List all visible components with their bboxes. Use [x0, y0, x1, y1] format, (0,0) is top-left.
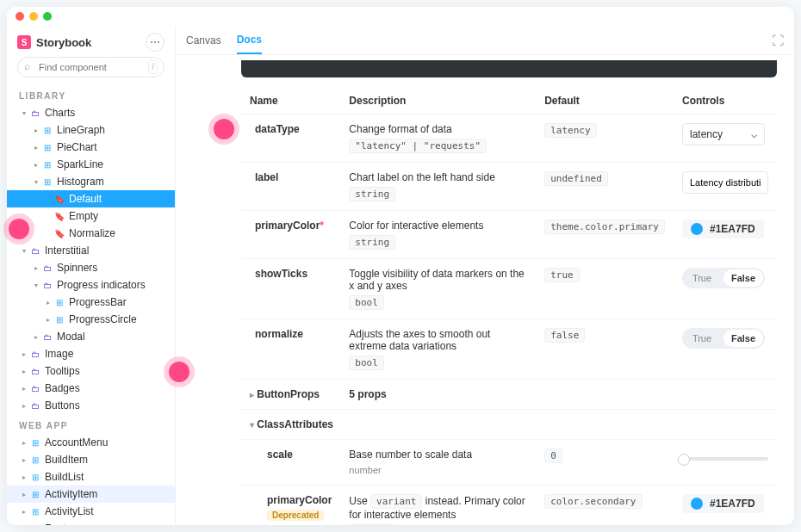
sidebar-story-default[interactable]: 🔖Default [7, 190, 175, 207]
close-window-dot[interactable] [16, 12, 24, 21]
component-icon: ⊞ [53, 315, 65, 325]
section-buttonprops[interactable]: ▸ ButtonProps 5 props [241, 380, 777, 410]
folder-icon: 🗀 [29, 384, 41, 393]
default-value: theme.color.primary [544, 220, 665, 234]
brand: Storybook [17, 35, 91, 49]
component-icon: ⊞ [29, 438, 41, 448]
control-text-label[interactable] [682, 171, 768, 194]
brand-label: Storybook [36, 36, 91, 49]
component-icon: ⊞ [29, 507, 41, 517]
sidebar-item-histogram[interactable]: ▾⊞Histogram [7, 173, 175, 190]
arg-row-datatype: dataType Change format of data "latency"… [241, 114, 777, 163]
chevron-right-icon: ▸ [250, 390, 254, 399]
col-default: Default [536, 88, 674, 114]
main-panel: Canvas Docs ⛶ Name Description Default C… [176, 26, 794, 525]
sidebar: Storybook ⋯ ⌕ / LIBRARY ▾🗀Charts ▸⊞LineG… [7, 26, 176, 525]
arg-row-scale: scale Base number to scale data number 0 [241, 440, 777, 486]
color-swatch-icon [691, 498, 703, 510]
args-table: Name Description Default Controls dataTy… [241, 88, 777, 525]
folder-icon: 🗀 [29, 246, 41, 256]
sidebar-item-buildlist[interactable]: ▸⊞BuildList [7, 468, 175, 486]
sidebar-item-tooltips[interactable]: ▸🗀Tooltips [7, 362, 175, 380]
sidebar-more-button[interactable]: ⋯ [146, 33, 165, 52]
sidebar-item-charts[interactable]: ▾🗀Charts [7, 104, 175, 121]
docs-content: Name Description Default Controls dataTy… [176, 55, 794, 525]
sidebar-item-piechart[interactable]: ▸⊞PieChart [7, 139, 175, 156]
sidebar-item-sparkline[interactable]: ▸⊞SparkLine [7, 156, 175, 173]
folder-icon: 🗀 [41, 281, 53, 290]
sidebar-item-interstitial[interactable]: ▾🗀Interstitial [7, 242, 175, 259]
bookmark-icon: 🔖 [53, 229, 65, 238]
bookmark-icon: 🔖 [53, 195, 65, 204]
folder-icon: 🗀 [29, 367, 41, 376]
type-signature: bool [349, 295, 384, 310]
tab-canvas[interactable]: Canvas [186, 26, 221, 54]
minimize-window-dot[interactable] [29, 12, 38, 21]
control-toggle-normalize[interactable]: True False [682, 328, 765, 349]
chevron-down-icon: ▾ [250, 420, 254, 430]
component-icon: ⊞ [41, 126, 53, 135]
type-hint: number [349, 465, 381, 475]
default-value: true [544, 268, 580, 282]
sidebar-item-modal[interactable]: ▸🗀Modal [7, 328, 175, 345]
component-icon: ⊞ [41, 143, 53, 152]
arg-row-normalize: normalize Adjusts the axes to smooth out… [241, 319, 777, 380]
col-description: Description [340, 88, 536, 114]
sidebar-item-buttons[interactable]: ▸🗀Buttons [7, 397, 175, 414]
sidebar-item-accountmenu[interactable]: ▸⊞AccountMenu [7, 434, 175, 451]
component-icon: ⊞ [29, 455, 41, 465]
fullscreen-icon[interactable]: ⛶ [772, 34, 784, 47]
component-icon: ⊞ [53, 298, 65, 307]
arg-row-label: label Chart label on the left hand side … [241, 163, 777, 211]
highlight-dot-icon [214, 119, 234, 139]
sidebar-story-normalize[interactable]: 🔖Normalize [7, 225, 175, 242]
sidebar-item-footer[interactable]: ▸⊞Footer [7, 520, 175, 525]
arg-row-primarycolor: primaryColor* Color for interactive elem… [241, 211, 777, 259]
sidebar-item-progresscircle[interactable]: ▸⊞ProgressCircle [7, 311, 175, 328]
type-signature: string [349, 235, 395, 250]
search-icon: ⌕ [24, 60, 30, 72]
type-signature: bool [349, 356, 384, 370]
section-classattributes[interactable]: ▾ ClassAttributes [241, 410, 777, 440]
sidebar-item-image[interactable]: ▸🗀Image [7, 345, 175, 362]
folder-icon: 🗀 [41, 263, 53, 273]
control-select-datatype[interactable]: latency ⌵ [682, 123, 765, 145]
highlight-dot-icon [169, 362, 189, 382]
window-titlebar [7, 7, 794, 26]
sidebar-story-empty[interactable]: 🔖Empty [7, 207, 175, 225]
default-value: latency [544, 123, 596, 138]
arg-row-primarycolor-deprecated: primaryColor Deprecated Use variant inst… [241, 486, 777, 526]
default-value: false [544, 328, 585, 343]
deprecated-badge: Deprecated [267, 510, 324, 521]
folder-icon: 🗀 [29, 401, 41, 411]
sidebar-item-linegraph[interactable]: ▸⊞LineGraph [7, 121, 175, 139]
col-name: Name [241, 88, 340, 114]
sidebar-item-activitylist[interactable]: ▸⊞ActivityList [7, 503, 175, 520]
default-value: 0 [544, 448, 562, 463]
bookmark-icon: 🔖 [53, 212, 65, 221]
sidebar-item-progressbar[interactable]: ▸⊞ProgressBar [7, 294, 175, 311]
component-icon: ⊞ [29, 524, 41, 526]
sidebar-item-spinners[interactable]: ▸🗀Spinners [7, 259, 175, 276]
storybook-logo-icon [17, 35, 31, 49]
highlight-dot-icon [9, 219, 29, 239]
control-color-primarycolor-deprecated[interactable]: #1EA7FD [682, 494, 764, 513]
arg-row-showticks: showTicks Toggle visibility of data mark… [241, 259, 777, 319]
folder-icon: 🗀 [29, 350, 41, 359]
sidebar-item-builditem[interactable]: ▸⊞BuildItem [7, 451, 175, 468]
control-color-primarycolor[interactable]: #1EA7FD [682, 220, 764, 238]
sidebar-item-badges[interactable]: ▸🗀Badges [7, 380, 175, 397]
search-input[interactable] [17, 57, 165, 77]
type-signature: "latency" | "requests" [349, 139, 487, 153]
maximize-window-dot[interactable] [43, 12, 52, 21]
tab-docs[interactable]: Docs [237, 26, 262, 54]
control-toggle-showticks[interactable]: True False [682, 268, 765, 288]
default-value: undefined [544, 171, 608, 186]
component-icon: ⊞ [41, 177, 53, 187]
sidebar-item-progress-indicators[interactable]: ▾🗀Progress indicators [7, 276, 175, 294]
sidebar-item-activityitem[interactable]: ▸⊞ActivityItem [7, 486, 175, 503]
search-shortcut-hint: / [148, 60, 158, 74]
control-slider-scale[interactable] [682, 457, 768, 461]
folder-icon: 🗀 [41, 332, 53, 342]
color-swatch-icon [691, 223, 703, 235]
